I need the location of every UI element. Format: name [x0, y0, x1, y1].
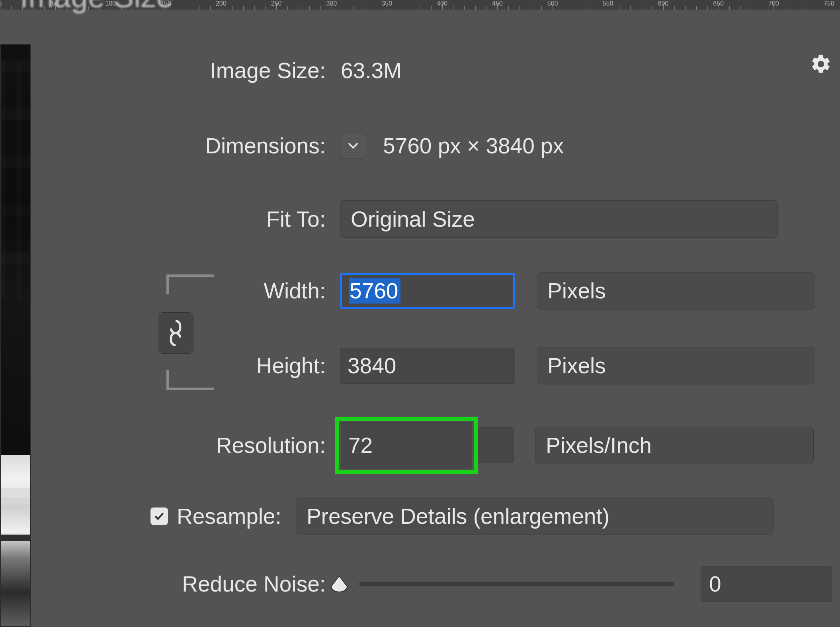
width-unit-value: Pixels	[547, 278, 606, 303]
width-label: Width:	[31, 278, 326, 304]
reduce-noise-label: Reduce Noise:	[31, 571, 326, 597]
resolution-label: Resolution:	[31, 433, 326, 458]
reduce-noise-input[interactable]: 0	[701, 566, 832, 602]
reduce-noise-slider-thumb[interactable]	[330, 575, 349, 593]
resolution-extra-field[interactable]	[478, 427, 514, 463]
resample-label[interactable]: Resample:	[177, 504, 281, 529]
resample-method-select[interactable]: Preserve Details (enlargement)	[296, 498, 774, 535]
fit-to-select[interactable]: Original Size	[340, 200, 778, 238]
dimensions-label: Dimensions:	[31, 133, 326, 159]
height-input[interactable]: 3840	[340, 348, 515, 384]
width-unit-select[interactable]: Pixels	[537, 272, 815, 310]
resolution-unit-value: Pixels/Inch	[546, 433, 652, 458]
image-size-label: Image Size:	[31, 58, 326, 83]
reduce-noise-value: 0	[709, 571, 721, 597]
dialog-title: Image Size	[20, 0, 173, 14]
image-size-value: 63.3M	[341, 58, 402, 83]
height-label: Height:	[31, 353, 326, 378]
resolution-input[interactable]: 72	[341, 422, 472, 468]
width-value: 5760	[349, 278, 400, 304]
height-unit-select[interactable]: Pixels	[537, 347, 815, 384]
fit-to-value: Original Size	[351, 206, 475, 232]
image-size-panel: Image Size: 63.3M Dimensions: 5760 px × …	[31, 44, 840, 627]
image-preview-thumbnail[interactable]	[0, 44, 31, 627]
dimensions-value: 5760 px × 3840 px	[383, 133, 564, 159]
resample-value: Preserve Details (enlargement)	[307, 504, 609, 529]
link-icon	[166, 318, 185, 348]
width-input[interactable]: 5760	[340, 273, 515, 309]
resolution-unit-select[interactable]: Pixels/Inch	[535, 427, 814, 464]
resample-checkbox[interactable]	[150, 507, 168, 525]
fit-to-label: Fit To:	[31, 206, 326, 232]
height-value: 3840	[348, 353, 396, 378]
dimensions-unit-dropdown[interactable]	[340, 133, 366, 159]
resolution-highlight: 72	[335, 417, 478, 474]
check-icon	[154, 512, 165, 521]
chevron-down-icon	[347, 142, 359, 150]
reduce-noise-slider[interactable]	[359, 582, 674, 586]
resolution-value: 72	[348, 433, 373, 458]
slider-thumb-icon	[330, 575, 349, 593]
height-unit-value: Pixels	[547, 353, 606, 378]
